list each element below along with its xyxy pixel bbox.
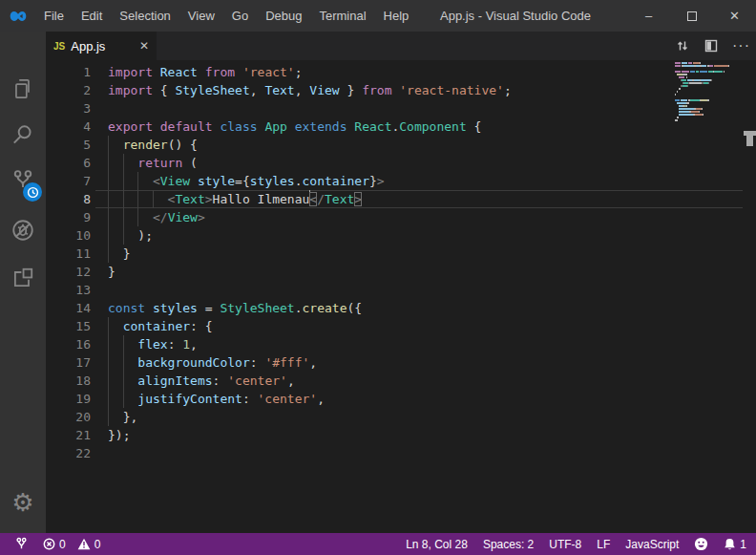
language-mode[interactable]: JavaScript	[618, 538, 686, 551]
debug-icon[interactable]	[0, 207, 46, 253]
code-line[interactable]: 3	[46, 99, 743, 117]
menu-item-view[interactable]: View	[179, 0, 223, 32]
code-line-content[interactable]: container: {	[108, 317, 743, 335]
line-number[interactable]: 1	[46, 63, 91, 81]
line-number[interactable]: 4	[46, 117, 91, 136]
line-number[interactable]: 5	[46, 136, 91, 154]
line-number[interactable]: 19	[46, 390, 91, 408]
code-line[interactable]: 21});	[46, 426, 743, 444]
code-line-content[interactable]: });	[108, 426, 743, 444]
line-number[interactable]: 3	[46, 99, 91, 117]
code-line[interactable]: 11 }	[46, 245, 743, 263]
menu-item-file[interactable]: File	[35, 0, 73, 32]
code-line[interactable]: 22	[46, 444, 743, 462]
code-line-content[interactable]	[108, 99, 743, 117]
explorer-icon[interactable]	[0, 66, 46, 112]
line-number[interactable]: 6	[46, 154, 91, 172]
open-changes-icon[interactable]	[675, 38, 690, 53]
line-number[interactable]: 17	[46, 353, 91, 372]
line-number[interactable]: 21	[46, 426, 91, 444]
code-line-content[interactable]: }	[108, 263, 743, 281]
code-line[interactable]: 20 },	[46, 408, 743, 426]
close-tab-icon[interactable]: ✕	[139, 39, 149, 53]
line-number[interactable]: 8	[46, 190, 91, 208]
code-line[interactable]: 9 </View>	[46, 208, 743, 226]
code-line[interactable]: 16 flex: 1,	[46, 335, 743, 353]
feedback-smiley-icon[interactable]	[686, 537, 716, 551]
line-number[interactable]: 13	[46, 281, 91, 299]
more-actions-icon[interactable]: ···	[732, 41, 750, 51]
git-branch-indicator[interactable]	[8, 537, 35, 551]
code-line-content[interactable]: backgroundColor: '#fff',	[108, 353, 743, 372]
extensions-icon[interactable]	[0, 255, 46, 301]
code-line-content[interactable]	[108, 444, 743, 462]
code-line-content[interactable]: </View>	[108, 208, 743, 226]
code-line[interactable]: 6 return (	[46, 154, 743, 172]
code-line[interactable]: 8 <Text>Hallo Ilmenau</Text>	[46, 190, 743, 208]
source-control-icon[interactable]	[0, 158, 46, 203]
code-line-content[interactable]: );	[108, 226, 743, 245]
eol-sequence[interactable]: LF	[589, 538, 618, 551]
code-line-content[interactable]: export default class App extends React.C…	[108, 117, 743, 136]
code-line[interactable]: 13	[46, 281, 743, 299]
tab-appjs[interactable]: JS App.js ✕	[46, 32, 157, 60]
code-line[interactable]: 5 render() {	[46, 136, 743, 154]
maximize-icon[interactable]	[670, 0, 713, 32]
split-editor-icon[interactable]	[704, 38, 719, 53]
close-icon[interactable]: ✕	[713, 0, 756, 32]
settings-gear-icon[interactable]: ⚙	[0, 483, 46, 522]
menu-item-selection[interactable]: Selection	[111, 0, 178, 32]
code-line[interactable]: 7 <View style={styles.container}>	[46, 172, 743, 190]
code-line-content[interactable]: },	[108, 408, 743, 426]
line-number[interactable]: 12	[46, 263, 91, 281]
code-line[interactable]: 4export default class App extends React.…	[46, 117, 743, 136]
line-number[interactable]: 11	[46, 245, 91, 263]
code-line-content[interactable]: }	[108, 245, 743, 263]
encoding[interactable]: UTF-8	[541, 538, 589, 551]
code-line-content[interactable]: <View style={styles.container}>	[108, 172, 743, 190]
line-number[interactable]: 7	[46, 172, 91, 190]
menu-item-edit[interactable]: Edit	[73, 0, 111, 32]
code-line[interactable]: 2import { StyleSheet, Text, View } from …	[46, 81, 743, 99]
code-line[interactable]: 19 justifyContent: 'center',	[46, 390, 743, 408]
error-count[interactable]: 0	[39, 538, 74, 551]
notifications-bell[interactable]: 1	[716, 538, 756, 551]
code-line-content[interactable]: alignItems: 'center',	[108, 372, 743, 390]
code-line-content[interactable]: render() {	[108, 136, 743, 154]
menu-item-terminal[interactable]: Terminal	[310, 0, 374, 32]
code-line-content[interactable]: <Text>Hallo Ilmenau</Text>	[108, 190, 743, 208]
code-line-content[interactable]: import { StyleSheet, Text, View } from '…	[108, 81, 743, 99]
code-line[interactable]: 12}	[46, 263, 743, 281]
code-line-content[interactable]: import React from 'react';	[108, 63, 743, 81]
line-number[interactable]: 9	[46, 208, 91, 226]
search-icon[interactable]	[0, 112, 46, 158]
line-number[interactable]: 20	[46, 408, 91, 426]
code-line-content[interactable]	[108, 281, 743, 299]
menu-item-go[interactable]: Go	[223, 0, 257, 32]
code-line[interactable]: 1import React from 'react';	[46, 63, 743, 81]
minimize-icon[interactable]: –	[627, 0, 670, 32]
menu-item-help[interactable]: Help	[375, 0, 418, 32]
line-number[interactable]: 14	[46, 299, 91, 317]
line-number[interactable]: 10	[46, 226, 91, 245]
line-number[interactable]: 15	[46, 317, 91, 335]
code-line-content[interactable]: return (	[108, 154, 743, 172]
code-editor[interactable]: 1import React from 'react';2import { Sty…	[46, 60, 756, 533]
code-line-content[interactable]: justifyContent: 'center',	[108, 390, 743, 408]
code-line-content[interactable]: const styles = StyleSheet.create({	[108, 299, 743, 317]
code-line[interactable]: 14const styles = StyleSheet.create({	[46, 299, 743, 317]
warning-count[interactable]: 0	[77, 538, 109, 551]
code-line[interactable]: 15 container: {	[46, 317, 743, 335]
indentation[interactable]: Spaces: 2	[475, 538, 541, 551]
menu-item-debug[interactable]: Debug	[257, 0, 310, 32]
minimap[interactable]	[675, 62, 734, 125]
line-number[interactable]: 16	[46, 335, 91, 353]
cursor-position[interactable]: Ln 8, Col 28	[398, 538, 475, 551]
line-number[interactable]: 18	[46, 372, 91, 390]
code-line[interactable]: 10 );	[46, 226, 743, 245]
code-line[interactable]: 17 backgroundColor: '#fff',	[46, 353, 743, 372]
line-number[interactable]: 2	[46, 81, 91, 99]
code-line[interactable]: 18 alignItems: 'center',	[46, 372, 743, 390]
line-number[interactable]: 22	[46, 444, 91, 462]
code-line-content[interactable]: flex: 1,	[108, 335, 743, 353]
